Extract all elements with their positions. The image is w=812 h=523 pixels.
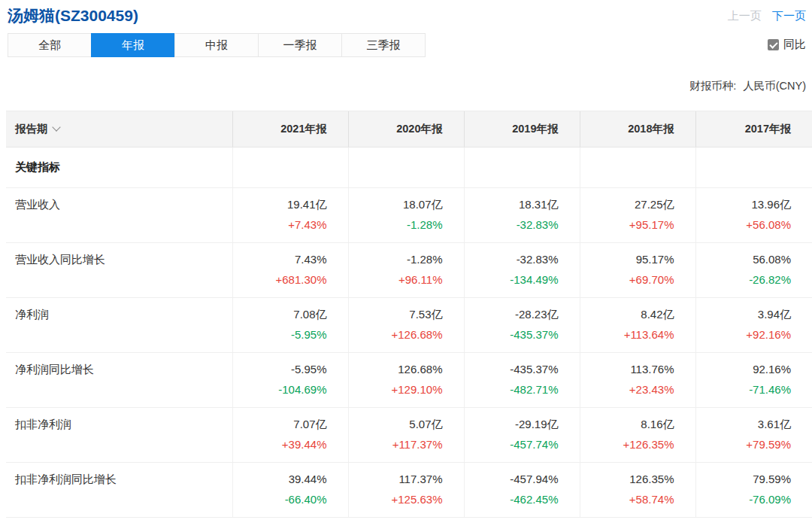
tab-semiannual[interactable]: 中报 <box>174 34 258 56</box>
cell-change: -5.95% <box>233 328 348 342</box>
cell-value: 18.07亿 <box>349 198 464 211</box>
cell-value: 7.43% <box>233 253 348 266</box>
row-label: 扣非净利润同比增长 <box>6 463 232 518</box>
empty-cell <box>695 147 812 188</box>
report-period-header[interactable]: 报告期 <box>6 111 232 147</box>
cell-value: 3.61亿 <box>696 418 812 431</box>
tab-annual[interactable]: 年报 <box>91 33 174 57</box>
cell-value: -32.83% <box>465 253 580 266</box>
cell-value: 79.59% <box>696 473 812 486</box>
period-header: 2021年报 <box>232 111 348 147</box>
cell-change: -462.45% <box>465 493 580 506</box>
empty-cell <box>348 147 464 188</box>
chevron-down-icon <box>52 123 60 131</box>
period-header: 2019年报 <box>464 111 580 147</box>
table-header-row: 报告期 2021年报2020年报2019年报2018年报2017年报 <box>6 111 812 147</box>
financial-table: 报告期 2021年报2020年报2019年报2018年报2017年报 关键指标营… <box>6 111 812 518</box>
table-row: 营业收入同比增长7.43%+681.30%-1.28%+96.11%-32.83… <box>6 243 812 298</box>
data-cell: 7.07亿+39.44% <box>232 408 348 463</box>
cell-value: 8.16亿 <box>580 418 695 431</box>
currency-value: 人民币(CNY) <box>743 80 806 92</box>
period-header: 2018年报 <box>580 111 695 147</box>
data-cell: 8.16亿+126.35% <box>580 408 695 463</box>
cell-value: 5.07亿 <box>349 418 464 431</box>
cell-change: +129.10% <box>349 383 464 397</box>
prev-page-link[interactable]: 上一页 <box>728 9 762 22</box>
data-cell: -28.23亿-435.37% <box>464 298 580 353</box>
section-header-row: 关键指标 <box>6 147 812 188</box>
cell-value: 8.42亿 <box>580 308 695 321</box>
cell-change: +125.63% <box>349 493 464 506</box>
data-cell: -32.83%-134.49% <box>464 243 580 298</box>
empty-cell <box>232 147 348 188</box>
cell-change: -104.69% <box>233 383 348 397</box>
tab-all[interactable]: 全部 <box>8 34 91 56</box>
section-header: 关键指标 <box>6 147 232 188</box>
data-cell: 3.94亿+92.16% <box>695 298 812 353</box>
cell-value: 126.68% <box>349 363 464 376</box>
table-row: 扣非净利润同比增长39.44%-66.40%117.37%+125.63%-45… <box>6 463 812 518</box>
cell-change: +126.35% <box>580 438 695 452</box>
cell-value: 7.08亿 <box>233 308 348 321</box>
data-cell: 13.96亿+56.08% <box>695 188 812 243</box>
cell-value: -1.28% <box>349 253 464 266</box>
cell-change: +58.74% <box>580 493 695 506</box>
currency-label: 财报币种: <box>689 80 736 92</box>
cell-change: -76.09% <box>696 493 812 506</box>
tab-q1[interactable]: 一季报 <box>258 34 341 56</box>
cell-change: +126.68% <box>349 328 464 342</box>
cell-change: +113.64% <box>580 328 695 342</box>
cell-value: 18.31亿 <box>465 198 580 211</box>
financial-report-page: 汤姆猫(SZ300459) 上一页 下一页 全部年报中报一季报三季报 同比 财报… <box>0 0 812 523</box>
cell-change: +681.30% <box>233 273 348 287</box>
row-label: 扣非净利润 <box>6 408 232 463</box>
checkbox-checked-icon[interactable] <box>768 39 779 50</box>
data-cell: 27.25亿+95.17% <box>580 188 695 243</box>
cell-change: -71.46% <box>696 383 812 397</box>
cell-change: -134.49% <box>465 273 580 287</box>
cell-change: +95.17% <box>580 218 695 232</box>
table-row: 扣非净利润7.07亿+39.44%5.07亿+117.37%-29.19亿-45… <box>6 408 812 463</box>
data-cell: 79.59%-76.09% <box>695 463 812 518</box>
data-cell: 18.07亿-1.28% <box>348 188 464 243</box>
cell-value: 126.35% <box>580 473 695 486</box>
cell-change: +92.16% <box>696 328 812 342</box>
cell-value: -29.19亿 <box>465 418 580 431</box>
empty-cell <box>580 147 695 188</box>
data-cell: 3.61亿+79.59% <box>695 408 812 463</box>
pagination: 上一页 下一页 <box>728 7 806 25</box>
data-cell: 7.53亿+126.68% <box>348 298 464 353</box>
cell-change: -482.71% <box>465 383 580 397</box>
data-cell: 126.68%+129.10% <box>348 353 464 408</box>
cell-value: -5.95% <box>233 363 348 376</box>
cell-value: 13.96亿 <box>696 198 812 211</box>
data-cell: -435.37%-482.71% <box>464 353 580 408</box>
data-cell: -457.94%-462.45% <box>464 463 580 518</box>
data-cell: 7.43%+681.30% <box>232 243 348 298</box>
cell-value: 3.94亿 <box>696 308 812 321</box>
row-label: 营业收入 <box>6 188 232 243</box>
cell-change: -66.40% <box>233 493 348 506</box>
cell-value: 92.16% <box>696 363 812 376</box>
cell-change: -1.28% <box>349 218 464 232</box>
cell-value: 117.37% <box>349 473 464 486</box>
tab-q3[interactable]: 三季报 <box>341 34 425 56</box>
data-cell: 92.16%-71.46% <box>695 353 812 408</box>
cell-change: +117.37% <box>349 438 464 452</box>
next-page-link[interactable]: 下一页 <box>772 9 806 22</box>
cell-value: -457.94% <box>465 473 580 486</box>
data-cell: 18.31亿-32.83% <box>464 188 580 243</box>
cell-change: +69.70% <box>580 273 695 287</box>
table-row: 净利润7.08亿-5.95%7.53亿+126.68%-28.23亿-435.3… <box>6 298 812 353</box>
yoy-checkbox[interactable]: 同比 <box>768 38 806 52</box>
cell-value: -28.23亿 <box>465 308 580 321</box>
cell-value: 95.17% <box>580 253 695 266</box>
data-cell: 19.41亿+7.43% <box>232 188 348 243</box>
data-cell: 95.17%+69.70% <box>580 243 695 298</box>
data-cell: 7.08亿-5.95% <box>232 298 348 353</box>
filter-bar: 全部年报中报一季报三季报 同比 <box>8 33 806 57</box>
cell-change: -457.74% <box>465 438 580 452</box>
data-cell: 113.76%+23.43% <box>580 353 695 408</box>
cell-value: 7.53亿 <box>349 308 464 321</box>
table-row: 净利润同比增长-5.95%-104.69%126.68%+129.10%-435… <box>6 353 812 408</box>
